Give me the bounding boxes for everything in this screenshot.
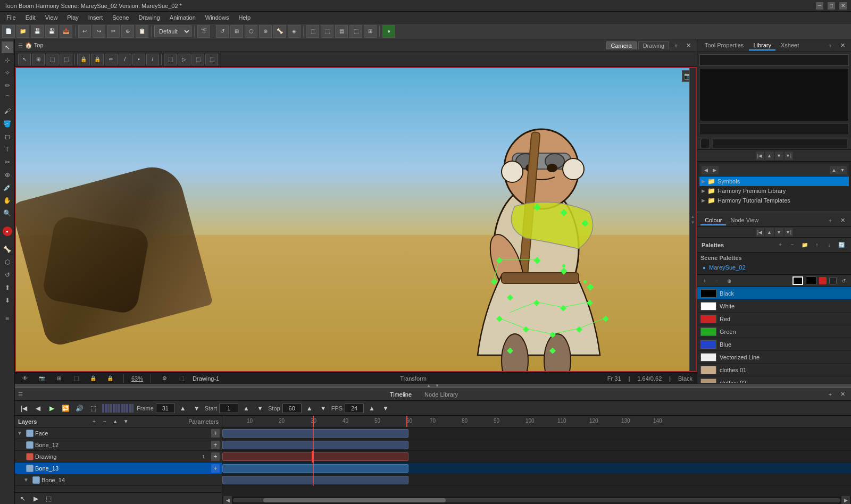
toolbar-redo[interactable]: ↪ [93,25,105,38]
lib-item-symbols[interactable]: ▶ 📁 Symbols [699,177,849,186]
grid-toggle[interactable]: ⊞ [32,54,45,65]
layer-anim[interactable]: ▶ [30,493,41,504]
menu-view[interactable]: View [41,13,62,22]
pivot[interactable]: • [132,54,145,65]
timeline-tracks[interactable]: 10 20 30 40 50 60 70 80 90 100 110 120 1… [222,416,851,504]
right-collapse-bar[interactable]: ▲ ▼ [689,68,696,371]
onion-skin[interactable]: ⬚ [46,54,59,65]
status-eye[interactable]: 👁 [19,373,31,384]
tl-play[interactable]: ▶ [46,403,57,414]
toolbar-deform[interactable]: ⬡ [245,25,257,38]
light-table[interactable]: ⬚ [60,54,72,65]
track-face[interactable] [222,427,851,439]
lib-arrow-prev-prev[interactable]: |◀ [756,152,764,160]
toolbar-import[interactable]: 📥 [60,25,72,38]
dark-swatch[interactable] [829,277,837,284]
menu-help[interactable]: Help [234,13,255,22]
ik-tool[interactable]: 🦴 [2,243,13,255]
toolbar-ik[interactable]: 🦴 [273,25,286,38]
toolbar-save[interactable]: 💾 [31,25,44,38]
cp-arrow-3[interactable]: ▼ [775,228,783,237]
layer-bone12-add[interactable]: + [211,441,220,449]
rotate-view[interactable]: ↺ [2,269,13,281]
track-bone13[interactable] [222,463,851,474]
show-outline[interactable]: / [119,54,131,65]
toolbar-undo[interactable]: ↩ [78,25,91,38]
tl-stop-up[interactable]: ▲ [304,403,315,414]
contour-editor[interactable]: ⊹ [2,54,13,66]
palette-folder[interactable]: 📁 [799,240,810,250]
palette-mareyesue[interactable]: ● MareySue_02 [700,263,848,272]
cp-arrow-4[interactable]: ▼| [785,228,793,237]
colour-remove[interactable]: − [712,275,722,286]
status-lock2[interactable]: 🔒 [104,373,116,384]
pencil[interactable]: ✏ [2,80,13,91]
timeline-add-panel[interactable]: + [825,389,836,400]
toolbar-rotate[interactable]: ↺ [216,25,229,38]
layer-drawing-add[interactable]: + [211,452,220,461]
lib-nav-right[interactable]: ▶ [710,166,719,174]
add-panel-tab[interactable]: + [825,40,836,51]
toolbar-cut[interactable]: ✂ [107,25,120,38]
lock-layer[interactable]: 🔒 [91,54,104,65]
hand[interactable]: ✋ [2,195,13,206]
lock-draw[interactable]: 🔒 [77,54,90,65]
eye-dropper[interactable]: 💉 [2,182,13,194]
transform-tool[interactable]: ⬡ [2,256,13,268]
status-camera[interactable]: 📷 [36,373,48,384]
collapse-icon[interactable]: ☰ [18,43,23,48]
layer-face-add[interactable]: + [211,429,220,438]
lib-nav-up[interactable]: ▲ [830,166,838,174]
toolbar-grid[interactable]: ⊞ [364,25,377,38]
colour-refresh[interactable]: ↺ [838,275,849,286]
scroll-thumb[interactable] [263,498,446,502]
tab-colour[interactable]: Colour [700,216,726,225]
palette-up[interactable]: ↑ [812,240,822,250]
tl-loop[interactable]: 🔁 [60,403,71,414]
timeline-collapse[interactable]: ☰ [18,391,23,397]
layer-remove-btn[interactable]: − [100,417,110,426]
preview-btn[interactable]: ⬚ [191,54,204,65]
tl-start-down[interactable]: ▼ [254,403,266,414]
track-bone12[interactable] [222,439,851,451]
eraser[interactable]: ◻ [2,131,13,142]
tl-goto-start[interactable]: |◀ [18,403,30,414]
menu-drawing[interactable]: Drawing [134,13,164,22]
morphing[interactable]: ● [3,226,12,236]
zoom[interactable]: 🔍 [2,207,13,219]
tl-scroll-right[interactable]: ▶ [841,496,850,504]
add-viewport-tab[interactable]: + [671,40,681,51]
toolbar-action-safe[interactable]: ▤ [335,25,348,38]
track-drawing[interactable] [222,451,851,463]
close-button[interactable]: ✕ [839,2,847,10]
fps-input[interactable] [345,404,364,413]
select-tool[interactable]: ↖ [2,41,13,53]
toolbar-copy[interactable]: ⊕ [121,25,134,38]
status-dots[interactable]: ⬚ [176,373,187,384]
tab-drawing[interactable]: Drawing [638,41,669,49]
colour-black[interactable]: Black [697,287,851,300]
bg-color-swatch[interactable] [806,276,816,285]
tl-frame-up[interactable]: ▲ [177,403,189,414]
colour-vectorized-line[interactable]: Vectorized Line [697,351,851,364]
scene-view[interactable]: 📷 ▲ ▼ [15,67,697,372]
tl-prev-frame[interactable]: ◀ [32,403,44,414]
menu-edit[interactable]: Edit [21,13,40,22]
toolbar-green-marker[interactable]: ● [382,25,395,38]
close-colour-panel[interactable]: ✕ [837,215,848,226]
status-onion[interactable]: ⬚ [70,373,82,384]
text-tool[interactable]: T [2,144,13,155]
lib-nav-left[interactable]: ◀ [702,166,710,174]
toolbar-new[interactable]: 📄 [2,25,15,38]
tl-fps-up[interactable]: ▲ [366,403,378,414]
close-panel-tab[interactable]: ✕ [837,40,848,51]
cp-arrow-2[interactable]: ▲ [765,228,774,237]
colour-white[interactable]: White [697,300,851,313]
track-bone14[interactable] [222,474,851,486]
toolbar-perspective[interactable]: ⬚ [306,25,319,38]
close-viewport-tab[interactable]: ✕ [683,40,694,51]
status-gear[interactable]: ⚙ [158,373,170,384]
colour-red[interactable]: Red [697,313,851,325]
tl-start-up[interactable]: ▲ [240,403,252,414]
bottom-panel-toggle[interactable]: ≡ [2,313,13,324]
